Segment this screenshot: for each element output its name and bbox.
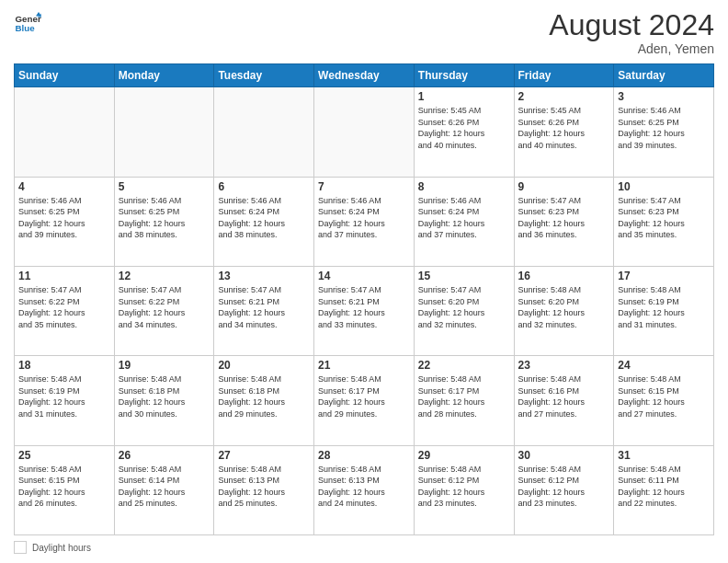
header: General Blue August 2024 Aden, Yemen xyxy=(14,9,714,56)
day-info: Sunrise: 5:48 AM Sunset: 6:18 PM Dayligh… xyxy=(218,373,310,419)
day-number: 12 xyxy=(119,270,210,282)
day-number: 9 xyxy=(518,180,610,193)
day-info: Sunrise: 5:45 AM Sunset: 6:26 PM Dayligh… xyxy=(418,105,510,151)
calendar-cell: 16Sunrise: 5:48 AM Sunset: 6:20 PM Dayli… xyxy=(514,266,614,355)
calendar-cell: 29Sunrise: 5:48 AM Sunset: 6:12 PM Dayli… xyxy=(414,445,514,534)
calendar-cell: 24Sunrise: 5:48 AM Sunset: 6:15 PM Dayli… xyxy=(614,356,714,445)
day-number: 6 xyxy=(218,180,310,193)
day-number: 20 xyxy=(218,359,310,372)
day-number: 29 xyxy=(418,449,510,462)
calendar-cell: 15Sunrise: 5:47 AM Sunset: 6:20 PM Dayli… xyxy=(414,266,514,355)
calendar-cell: 22Sunrise: 5:48 AM Sunset: 6:17 PM Dayli… xyxy=(414,356,514,445)
day-number: 4 xyxy=(18,180,110,193)
month-year-title: August 2024 xyxy=(549,9,714,41)
calendar-cell: 18Sunrise: 5:48 AM Sunset: 6:19 PM Dayli… xyxy=(15,356,115,445)
page: General Blue August 2024 Aden, Yemen Sun… xyxy=(0,0,728,563)
day-number: 31 xyxy=(618,449,710,462)
calendar-cell: 21Sunrise: 5:48 AM Sunset: 6:17 PM Dayli… xyxy=(314,356,415,445)
day-header-thursday: Thursday xyxy=(414,64,514,87)
location-subtitle: Aden, Yemen xyxy=(549,41,714,56)
day-info: Sunrise: 5:47 AM Sunset: 6:20 PM Dayligh… xyxy=(418,284,510,330)
calendar-cell: 23Sunrise: 5:48 AM Sunset: 6:16 PM Dayli… xyxy=(514,356,614,445)
day-info: Sunrise: 5:48 AM Sunset: 6:17 PM Dayligh… xyxy=(318,373,410,419)
day-number: 24 xyxy=(618,359,710,372)
day-number: 2 xyxy=(518,90,610,103)
day-info: Sunrise: 5:48 AM Sunset: 6:12 PM Dayligh… xyxy=(418,464,510,510)
day-header-monday: Monday xyxy=(114,64,214,87)
calendar-cell: 8Sunrise: 5:46 AM Sunset: 6:24 PM Daylig… xyxy=(414,177,514,266)
day-number: 30 xyxy=(518,449,610,462)
day-info: Sunrise: 5:48 AM Sunset: 6:12 PM Dayligh… xyxy=(518,464,610,510)
calendar-week-row: 25Sunrise: 5:48 AM Sunset: 6:15 PM Dayli… xyxy=(15,445,714,534)
day-header-wednesday: Wednesday xyxy=(314,64,415,87)
day-info: Sunrise: 5:47 AM Sunset: 6:23 PM Dayligh… xyxy=(518,195,610,241)
calendar-cell: 19Sunrise: 5:48 AM Sunset: 6:18 PM Dayli… xyxy=(114,356,214,445)
day-number: 15 xyxy=(418,270,510,282)
footer-box-icon xyxy=(14,541,27,554)
day-info: Sunrise: 5:48 AM Sunset: 6:13 PM Dayligh… xyxy=(218,464,310,510)
calendar-week-row: 4Sunrise: 5:46 AM Sunset: 6:25 PM Daylig… xyxy=(15,177,714,266)
day-number: 8 xyxy=(418,180,510,193)
calendar-cell: 10Sunrise: 5:47 AM Sunset: 6:23 PM Dayli… xyxy=(614,177,714,266)
calendar-cell: 7Sunrise: 5:46 AM Sunset: 6:24 PM Daylig… xyxy=(314,177,415,266)
day-info: Sunrise: 5:47 AM Sunset: 6:22 PM Dayligh… xyxy=(18,284,110,330)
calendar-cell: 31Sunrise: 5:48 AM Sunset: 6:11 PM Dayli… xyxy=(614,445,714,534)
day-number: 18 xyxy=(18,359,110,372)
day-info: Sunrise: 5:48 AM Sunset: 6:19 PM Dayligh… xyxy=(618,284,710,330)
calendar-cell: 5Sunrise: 5:46 AM Sunset: 6:25 PM Daylig… xyxy=(114,177,214,266)
day-info: Sunrise: 5:46 AM Sunset: 6:24 PM Dayligh… xyxy=(318,195,410,241)
calendar-cell: 1Sunrise: 5:45 AM Sunset: 6:26 PM Daylig… xyxy=(414,87,514,177)
calendar-cell: 30Sunrise: 5:48 AM Sunset: 6:12 PM Dayli… xyxy=(514,445,614,534)
day-header-friday: Friday xyxy=(514,64,614,87)
calendar-cell xyxy=(114,87,214,177)
day-info: Sunrise: 5:46 AM Sunset: 6:25 PM Dayligh… xyxy=(119,195,210,241)
day-number: 14 xyxy=(318,270,410,282)
day-info: Sunrise: 5:45 AM Sunset: 6:26 PM Dayligh… xyxy=(518,105,610,151)
day-number: 3 xyxy=(618,90,710,103)
day-info: Sunrise: 5:48 AM Sunset: 6:15 PM Dayligh… xyxy=(618,373,710,419)
day-number: 25 xyxy=(18,449,110,462)
day-info: Sunrise: 5:48 AM Sunset: 6:20 PM Dayligh… xyxy=(518,284,610,330)
calendar-cell: 26Sunrise: 5:48 AM Sunset: 6:14 PM Dayli… xyxy=(114,445,214,534)
calendar-week-row: 18Sunrise: 5:48 AM Sunset: 6:19 PM Dayli… xyxy=(15,356,714,445)
calendar-cell xyxy=(314,87,415,177)
day-info: Sunrise: 5:48 AM Sunset: 6:15 PM Dayligh… xyxy=(18,464,110,510)
calendar-cell: 14Sunrise: 5:47 AM Sunset: 6:21 PM Dayli… xyxy=(314,266,415,355)
calendar-cell: 3Sunrise: 5:46 AM Sunset: 6:25 PM Daylig… xyxy=(614,87,714,177)
day-header-tuesday: Tuesday xyxy=(214,64,314,87)
day-info: Sunrise: 5:46 AM Sunset: 6:24 PM Dayligh… xyxy=(218,195,310,241)
day-info: Sunrise: 5:47 AM Sunset: 6:23 PM Dayligh… xyxy=(618,195,710,241)
calendar-cell: 25Sunrise: 5:48 AM Sunset: 6:15 PM Dayli… xyxy=(15,445,115,534)
calendar-header-row: SundayMondayTuesdayWednesdayThursdayFrid… xyxy=(15,64,714,87)
calendar-week-row: 1Sunrise: 5:45 AM Sunset: 6:26 PM Daylig… xyxy=(15,87,714,177)
calendar-cell: 2Sunrise: 5:45 AM Sunset: 6:26 PM Daylig… xyxy=(514,87,614,177)
day-number: 22 xyxy=(418,359,510,372)
calendar-cell: 4Sunrise: 5:46 AM Sunset: 6:25 PM Daylig… xyxy=(15,177,115,266)
day-number: 23 xyxy=(518,359,610,372)
day-info: Sunrise: 5:47 AM Sunset: 6:22 PM Dayligh… xyxy=(119,284,210,330)
day-number: 16 xyxy=(518,270,610,282)
day-header-sunday: Sunday xyxy=(15,64,115,87)
calendar-cell: 17Sunrise: 5:48 AM Sunset: 6:19 PM Dayli… xyxy=(614,266,714,355)
day-number: 28 xyxy=(318,449,410,462)
calendar-cell: 28Sunrise: 5:48 AM Sunset: 6:13 PM Dayli… xyxy=(314,445,415,534)
calendar-cell: 20Sunrise: 5:48 AM Sunset: 6:18 PM Dayli… xyxy=(214,356,314,445)
day-info: Sunrise: 5:48 AM Sunset: 6:16 PM Dayligh… xyxy=(518,373,610,419)
day-info: Sunrise: 5:48 AM Sunset: 6:11 PM Dayligh… xyxy=(618,464,710,510)
day-number: 13 xyxy=(218,270,310,282)
day-info: Sunrise: 5:46 AM Sunset: 6:24 PM Dayligh… xyxy=(418,195,510,241)
calendar-cell: 6Sunrise: 5:46 AM Sunset: 6:24 PM Daylig… xyxy=(214,177,314,266)
logo: General Blue xyxy=(14,9,41,37)
day-info: Sunrise: 5:47 AM Sunset: 6:21 PM Dayligh… xyxy=(218,284,310,330)
day-number: 17 xyxy=(618,270,710,282)
day-number: 19 xyxy=(119,359,210,372)
day-number: 27 xyxy=(218,449,310,462)
calendar-cell: 11Sunrise: 5:47 AM Sunset: 6:22 PM Dayli… xyxy=(15,266,115,355)
footer-label: Daylight hours xyxy=(32,543,91,553)
title-block: August 2024 Aden, Yemen xyxy=(549,9,714,56)
calendar-cell: 9Sunrise: 5:47 AM Sunset: 6:23 PM Daylig… xyxy=(514,177,614,266)
calendar-cell: 27Sunrise: 5:48 AM Sunset: 6:13 PM Dayli… xyxy=(214,445,314,534)
calendar-cell: 13Sunrise: 5:47 AM Sunset: 6:21 PM Dayli… xyxy=(214,266,314,355)
day-info: Sunrise: 5:48 AM Sunset: 6:14 PM Dayligh… xyxy=(119,464,210,510)
day-info: Sunrise: 5:48 AM Sunset: 6:19 PM Dayligh… xyxy=(18,373,110,419)
